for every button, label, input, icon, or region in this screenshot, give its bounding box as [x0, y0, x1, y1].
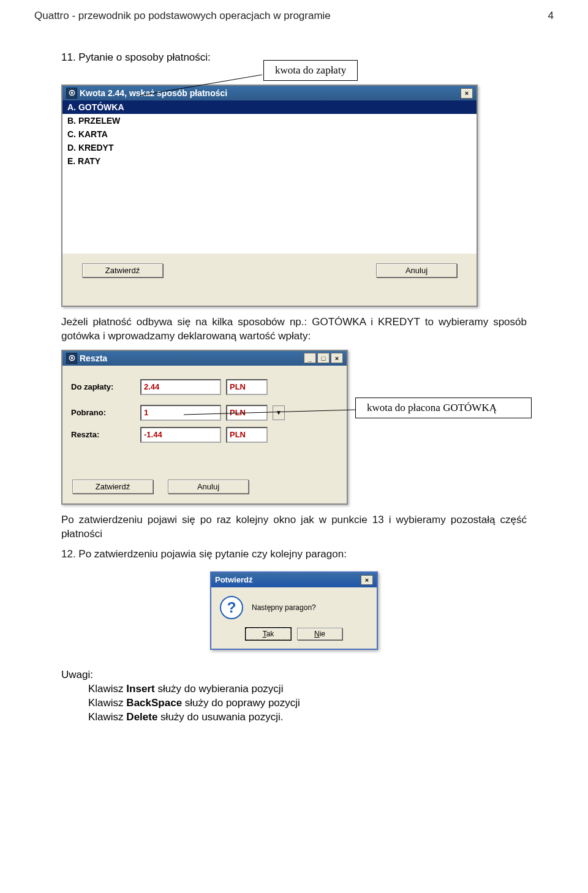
- close-icon[interactable]: ×: [331, 353, 343, 363]
- note-line-1: Klawisz Insert służy do wybierania pozyc…: [88, 682, 554, 696]
- reszta-title: Reszta: [80, 353, 107, 363]
- list-empty-area: [62, 168, 477, 254]
- confirm-message: Następny paragon?: [252, 603, 316, 612]
- reszta-confirm-button[interactable]: Zatwierdź: [72, 480, 153, 494]
- maximize-icon[interactable]: □: [317, 353, 330, 363]
- svg-line-0: [140, 75, 262, 96]
- currency-reszta: PLN: [226, 427, 268, 443]
- dialog-bottom-pad: [62, 288, 477, 306]
- app-icon: ⦿: [66, 353, 77, 364]
- yes-button[interactable]: Tak: [246, 628, 291, 640]
- paragraph-1: Jeżeli płatność odbywa się na kilka spos…: [61, 315, 527, 344]
- notes-block: Uwagi: Klawisz Insert służy do wybierani…: [61, 668, 554, 725]
- svg-line-1: [184, 410, 355, 415]
- currency-do-zaplaty: PLN: [226, 379, 268, 395]
- reszta-dialog-wrapper: ⦿ Reszta _ □ × Do zapłaty: 2.44 PLN: [61, 350, 349, 505]
- label-pobrano: Pobrano:: [71, 408, 135, 417]
- header-title: Quattro - przewodnik po podstawowych ope…: [34, 10, 331, 22]
- question-icon: ?: [220, 596, 243, 619]
- reszta-button-row: Zatwierdź Anuluj: [62, 469, 347, 503]
- label-do-zaplaty: Do zapłaty:: [71, 382, 135, 391]
- cancel-button[interactable]: Anuluj: [376, 263, 457, 277]
- option-gotowka[interactable]: A. GOTÓWKA: [62, 100, 477, 114]
- note-2-key: BackSpace: [126, 697, 182, 709]
- confirm-body: ? Następny paragon?: [211, 587, 377, 624]
- section-12-heading: 12. Po zatwierdzeniu pojawia się pytanie…: [61, 548, 527, 562]
- page-number: 4: [548, 10, 554, 22]
- page-header: Quattro - przewodnik po podstawowych ope…: [34, 10, 554, 22]
- option-raty[interactable]: E. RATY: [62, 154, 477, 168]
- callout-connector-2: [184, 405, 361, 423]
- note-line-2: Klawisz BackSpace służy do poprawy pozyc…: [88, 696, 554, 710]
- note-2-post: służy do poprawy pozycji: [182, 697, 300, 709]
- yes-rest: ak: [266, 630, 274, 638]
- reszta-titlebar: ⦿ Reszta _ □ ×: [62, 351, 347, 366]
- note-3-pre: Klawisz: [88, 711, 126, 723]
- note-3-post: służy do usuwania pozycji.: [157, 711, 283, 723]
- no-button[interactable]: Nie: [297, 628, 342, 640]
- note-2-pre: Klawisz: [88, 697, 126, 709]
- dialog-titlebar: ⦿ Kwota 2.44, wskaż sposób płatności ×: [62, 86, 477, 100]
- confirm-dialog: Potwierdź × ? Następny paragon? Tak Nie: [210, 571, 378, 650]
- option-karta[interactable]: C. KARTA: [62, 127, 477, 141]
- row-reszta: Reszta: -1.44 PLN: [71, 427, 338, 443]
- note-line-3: Klawisz Delete służy do usuwania pozycji…: [88, 710, 554, 725]
- document-page: Quattro - przewodnik po podstawowych ope…: [0, 0, 588, 748]
- close-icon[interactable]: ×: [361, 575, 373, 585]
- payment-options-list: A. GOTÓWKA B. PRZELEW C. KARTA D. KREDYT…: [62, 100, 477, 254]
- row-do-zaplaty: Do zapłaty: 2.44 PLN: [71, 379, 338, 395]
- value-reszta: -1.44: [140, 427, 221, 443]
- callout-cash-paid: kwota do płacona GOTÓWKĄ: [355, 398, 532, 418]
- callout-connector-1: [140, 72, 268, 97]
- close-icon[interactable]: ×: [461, 88, 473, 99]
- confirm-button-row: Tak Nie: [211, 624, 377, 649]
- no-key: N: [314, 630, 320, 638]
- reszta-cancel-button[interactable]: Anuluj: [168, 480, 249, 494]
- minimize-icon[interactable]: _: [304, 353, 316, 363]
- reszta-dialog: ⦿ Reszta _ □ × Do zapłaty: 2.44 PLN: [61, 350, 348, 505]
- note-1-key: Insert: [126, 683, 154, 695]
- callout-amount-to-pay: kwota do zapłaty: [263, 60, 358, 81]
- payment-dialog-wrapper: kwota do zapłaty ⦿ Kwota 2.44, wskaż spo…: [61, 67, 478, 307]
- note-1-post: służy do wybierania pozycji: [155, 683, 284, 695]
- confirm-title-text: Potwierdź: [215, 575, 252, 584]
- paragraph-2: Po zatwierdzeniu pojawi się po raz kolej…: [61, 513, 527, 541]
- value-do-zaplaty: 2.44: [140, 379, 221, 395]
- confirm-titlebar: Potwierdź ×: [211, 573, 377, 587]
- app-icon: ⦿: [66, 88, 77, 99]
- confirm-button[interactable]: Zatwierdź: [82, 263, 163, 277]
- notes-heading: Uwagi:: [61, 668, 554, 682]
- no-rest: ie: [320, 630, 325, 638]
- note-3-key: Delete: [126, 711, 157, 723]
- label-reszta: Reszta:: [71, 430, 135, 439]
- option-przelew[interactable]: B. PRZELEW: [62, 114, 477, 127]
- dialog-button-row: Zatwierdź Anuluj: [62, 254, 477, 288]
- payment-method-dialog: ⦿ Kwota 2.44, wskaż sposób płatności × A…: [61, 85, 478, 307]
- option-kredyt[interactable]: D. KREDYT: [62, 141, 477, 154]
- note-1-pre: Klawisz: [88, 683, 126, 695]
